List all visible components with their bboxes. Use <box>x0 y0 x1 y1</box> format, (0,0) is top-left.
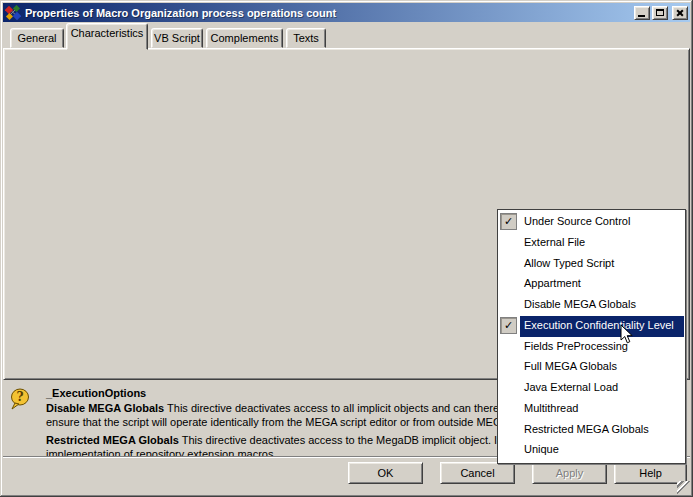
menu-item-selected[interactable]: ✓Execution Confidentiality Level <box>499 316 684 337</box>
apply-button: Apply <box>532 462 607 484</box>
properties-dialog: Properties of Macro Organization process… <box>0 0 693 497</box>
menu-item[interactable]: Appartment <box>499 274 684 295</box>
svg-text:?: ? <box>16 390 23 404</box>
help-title: _ExecutionOptions <box>46 387 146 399</box>
minimize-button[interactable] <box>634 6 650 20</box>
ok-button[interactable]: OK <box>348 462 423 484</box>
menu-item[interactable]: Multithread <box>499 399 684 420</box>
title-bar[interactable]: Properties of Macro Organization process… <box>3 3 690 22</box>
help-bubble-icon: ? <box>10 388 30 412</box>
menu-item[interactable]: Disable MEGA Globals <box>499 295 684 316</box>
maximize-button[interactable] <box>652 6 668 20</box>
menu-item[interactable]: Java External Load <box>499 378 684 399</box>
tab-vb-script[interactable]: VB Script <box>151 28 203 48</box>
tab-general[interactable]: General <box>10 28 64 48</box>
window-title: Properties of Macro Organization process… <box>25 7 632 19</box>
check-icon: ✓ <box>500 213 517 230</box>
minimize-icon <box>638 15 645 17</box>
menu-item[interactable]: Full MEGA Globals <box>499 357 684 378</box>
menu-item[interactable]: Restricted MEGA Globals <box>499 420 684 441</box>
cancel-button[interactable]: Cancel <box>440 462 515 484</box>
tab-complements[interactable]: Complements <box>206 28 283 48</box>
close-button[interactable] <box>672 6 688 20</box>
tab-texts[interactable]: Texts <box>286 28 326 48</box>
tab-characteristics[interactable]: Characteristics <box>66 23 148 50</box>
mouse-cursor-icon <box>620 324 634 345</box>
menu-item[interactable]: Unique <box>499 440 684 461</box>
help-line-4: implementation of repository extension m… <box>46 448 273 456</box>
execution-options-menu: ✓Under Source Control External File Allo… <box>497 209 686 464</box>
menu-item[interactable]: Allow Typed Script <box>499 254 684 275</box>
resize-grip[interactable] <box>677 481 690 494</box>
menu-item[interactable]: External File <box>499 233 684 254</box>
help-line-1: Disable MEGA Globals This directive deac… <box>46 402 502 414</box>
app-icon <box>5 5 21 21</box>
help-line-2: ensure that the script will operate iden… <box>46 416 509 428</box>
check-icon: ✓ <box>500 317 517 334</box>
menu-item[interactable]: ✓Under Source Control <box>499 212 684 233</box>
menu-item[interactable]: Fields PreProcessing <box>499 337 684 358</box>
maximize-icon <box>656 9 664 16</box>
help-line-3: Restricted MEGA Globals This directive d… <box>46 434 500 446</box>
